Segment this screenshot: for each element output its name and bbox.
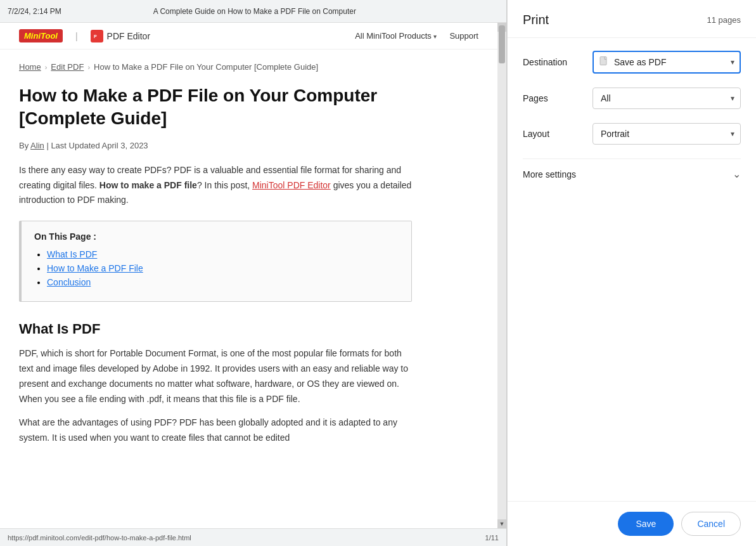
logo-divider: | — [75, 31, 78, 41]
breadcrumb-home[interactable]: Home — [19, 62, 41, 72]
pdf-editor-logo[interactable]: P PDF Editor — [91, 30, 150, 42]
cancel-button[interactable]: Cancel — [681, 512, 741, 536]
url-bar: https://pdf.minitool.com/edit-pdf/how-to… — [8, 534, 191, 542]
more-settings-label: More settings — [523, 169, 576, 179]
toc-item-1[interactable]: What Is PDF — [47, 249, 97, 259]
intro-mid: ? In this post, — [197, 180, 252, 190]
bottom-bar: https://pdf.minitool.com/edit-pdf/how-to… — [0, 528, 506, 546]
browser-topbar: 7/2/24, 2:14 PM A Complete Guide on How … — [0, 0, 506, 23]
article-area: Home › Edit PDF › How to Make a PDF File… — [0, 49, 431, 474]
site-header: MiniTool | P PDF Editor All MiniT — [0, 23, 497, 49]
nav-support[interactable]: Support — [449, 31, 478, 41]
toc-item-3[interactable]: Conclusion — [47, 277, 91, 287]
breadcrumb-current: How to Make a PDF File on Your Computer … — [94, 62, 318, 72]
breadcrumb: Home › Edit PDF › How to Make a PDF File… — [19, 62, 412, 72]
destination-control: Save as PDF Microsoft Print to PDF ▾ — [593, 51, 741, 74]
layout-select[interactable]: Portrait Landscape — [593, 123, 741, 145]
pages-select[interactable]: All Custom — [593, 88, 741, 109]
meta-date: | Last Updated April 3, 2023 — [46, 141, 148, 150]
toc-list: What Is PDF How to Make a PDF File Concl… — [34, 249, 399, 287]
print-panel: Print 11 pages Destination Save as PDF M… — [507, 0, 756, 546]
list-item: Conclusion — [47, 277, 399, 287]
more-settings-chevron-icon: ⌄ — [733, 168, 741, 180]
site-nav: All MiniTool Products ▾ Support — [355, 31, 478, 41]
intro-bold: How to make a PDF file — [99, 180, 197, 190]
products-dropdown-arrow: ▾ — [433, 33, 437, 40]
scroll-thumb[interactable] — [499, 25, 505, 63]
destination-row: Destination Save as PDF Microsoft Print … — [523, 51, 741, 74]
layout-label: Layout — [523, 129, 593, 139]
breadcrumb-sep-1: › — [45, 63, 48, 71]
breadcrumb-edit-pdf[interactable]: Edit PDF — [51, 62, 84, 72]
datetime-label: 7/2/24, 2:14 PM — [8, 7, 61, 16]
logo-tool: Tool — [41, 31, 58, 41]
article-meta: By Alin | Last Updated April 3, 2023 — [19, 141, 412, 150]
section1-title: What Is PDF — [19, 321, 412, 337]
section1-body1: PDF, which is short for Portable Documen… — [19, 346, 412, 406]
pdf-icon: P — [91, 30, 103, 42]
more-settings-row[interactable]: More settings ⌄ — [523, 159, 741, 189]
logo-mini: Mini — [24, 31, 41, 41]
pages-control: All Custom ▾ — [593, 88, 741, 109]
page-title-bar: A Complete Guide on How to Make a PDF Fi… — [153, 7, 356, 16]
article-title: How to Make a PDF File on Your Computer … — [19, 84, 412, 131]
toc-item-2[interactable]: How to Make a PDF File — [47, 263, 143, 273]
print-pages: 11 pages — [707, 15, 741, 25]
destination-label: Destination — [523, 57, 593, 67]
article-intro: Is there any easy way to create PDFs? PD… — [19, 163, 412, 208]
print-header: Print 11 pages — [508, 0, 756, 38]
toc-box: On This Page : What Is PDF How to Make a… — [19, 221, 412, 302]
scrollbar-track[interactable]: ▲ ▼ — [497, 23, 506, 528]
page-indicator: 1/11 — [485, 534, 499, 542]
scroll-down-arrow[interactable]: ▼ — [497, 519, 506, 528]
section1-body2: What are the advantages of using PDF? PD… — [19, 415, 412, 446]
list-item: What Is PDF — [47, 249, 399, 259]
print-body: Destination Save as PDF Microsoft Print … — [508, 38, 756, 501]
breadcrumb-sep-2: › — [87, 63, 90, 71]
meta-by: By — [19, 141, 29, 150]
layout-select-wrapper: Portrait Landscape ▾ — [593, 123, 741, 145]
intro-link[interactable]: MiniTool PDF Editor — [252, 180, 331, 190]
list-item: How to Make a PDF File — [47, 263, 399, 273]
toc-title: On This Page : — [34, 231, 399, 242]
svg-text:P: P — [94, 34, 97, 39]
webpage-scroll[interactable]: MiniTool | P PDF Editor All MiniT — [0, 23, 497, 528]
print-footer: Save Cancel — [508, 501, 756, 546]
destination-select-wrapper: Save as PDF Microsoft Print to PDF ▾ — [593, 51, 741, 74]
layout-control: Portrait Landscape ▾ — [593, 123, 741, 145]
pages-row: Pages All Custom ▾ — [523, 88, 741, 109]
pdf-editor-label: PDF Editor — [107, 31, 150, 41]
destination-select[interactable]: Save as PDF Microsoft Print to PDF — [593, 51, 741, 74]
meta-author[interactable]: Alin — [30, 141, 44, 150]
print-title: Print — [523, 13, 549, 27]
pages-label: Pages — [523, 93, 593, 103]
layout-row: Layout Portrait Landscape ▾ — [523, 123, 741, 145]
nav-products[interactable]: All MiniTool Products ▾ — [355, 31, 437, 41]
save-button[interactable]: Save — [618, 512, 674, 536]
pages-select-wrapper: All Custom ▾ — [593, 88, 741, 109]
minitool-logo[interactable]: MiniTool — [19, 29, 63, 42]
browser-window: 7/2/24, 2:14 PM A Complete Guide on How … — [0, 0, 507, 546]
